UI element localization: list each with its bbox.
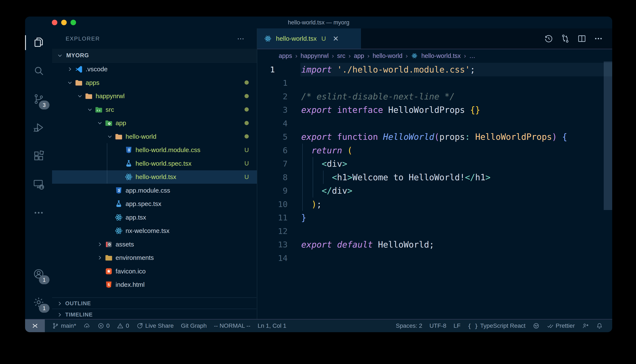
breadcrumb-separator: › xyxy=(332,52,334,60)
tree-item-.vscode[interactable]: .vscode xyxy=(52,62,257,76)
chevron-right-icon xyxy=(56,310,64,319)
code-editor[interactable]: 1import './hello-world.module.css';12/* … xyxy=(257,63,612,320)
tree-item-hello-world.tsx[interactable]: hello-world.tsxU xyxy=(52,170,257,184)
branch-icon xyxy=(52,322,59,329)
code-line: 5export function HelloWorld(props: Hello… xyxy=(257,130,612,144)
status-item-vim-mode[interactable]: -- NORMAL -- xyxy=(214,322,251,329)
tab-hello-world-tsx[interactable]: hello-world.tsx U ✕ xyxy=(257,28,361,49)
status-item-publish-changes[interactable] xyxy=(84,322,90,329)
status-item-indentation[interactable]: Spaces: 2 xyxy=(396,322,422,329)
status-item-label: -- NORMAL -- xyxy=(214,322,251,329)
breadcrumb-item-hello-world.tsx[interactable]: hello-world.tsx xyxy=(421,52,461,60)
tree-item-favicon.ico[interactable]: favicon.ico xyxy=(52,264,257,278)
remote-indicator[interactable] xyxy=(25,320,45,332)
status-item-git-branch[interactable]: main* xyxy=(52,322,76,329)
folder-assets-icon xyxy=(104,240,113,249)
status-item-warnings[interactable]: 0 xyxy=(117,322,129,329)
tree-item-index.html[interactable]: 5index.html xyxy=(52,278,257,292)
tree-item-label: app.spec.tsx xyxy=(126,200,161,208)
chevron-right-icon xyxy=(96,254,104,262)
tree-item-assets[interactable]: assets xyxy=(52,238,257,251)
test-icon xyxy=(114,199,123,208)
explorer-more-actions-button[interactable]: ⋯ xyxy=(237,36,245,41)
tree-item-app.spec.tsx[interactable]: app.spec.tsx xyxy=(52,197,257,211)
chevron-spacer xyxy=(116,173,124,181)
status-item-notifications[interactable] xyxy=(596,322,603,329)
split-editor-icon[interactable] xyxy=(577,34,587,44)
status-item-language-mode[interactable]: { }TypeScript React xyxy=(468,322,526,329)
tree-item-environments[interactable]: environments xyxy=(52,251,257,265)
activity-bar-item-explorer[interactable] xyxy=(25,28,52,57)
minimize-window-button[interactable] xyxy=(61,20,67,25)
activity-bar-item-remote-explorer[interactable] xyxy=(25,170,52,199)
status-item-label: LF xyxy=(454,322,461,329)
breadcrumb-item-apps[interactable]: apps xyxy=(279,52,292,60)
toggle-changes-icon[interactable] xyxy=(560,34,570,44)
line-number: 4 xyxy=(257,119,288,128)
breadcrumb-item-src[interactable]: src xyxy=(337,52,345,60)
git-modified-dot xyxy=(242,79,251,86)
status-item-label: Prettier xyxy=(556,322,575,329)
window-title: hello-world.tsx — myorg xyxy=(25,19,612,26)
line-number: 5 xyxy=(257,132,288,142)
tree-item-hello-world[interactable]: hello-world xyxy=(52,130,257,144)
close-window-button[interactable] xyxy=(52,20,57,25)
tree-item-app.tsx[interactable]: app.tsx xyxy=(52,211,257,224)
tree-item-apps[interactable]: apps xyxy=(52,76,257,90)
tree-item-src[interactable]: src xyxy=(52,103,257,116)
line-number: 12 xyxy=(257,226,288,236)
status-item-live-share[interactable]: Live Share xyxy=(136,322,174,329)
activity-bar-item-extensions[interactable] xyxy=(25,142,52,170)
chevron-right-icon xyxy=(96,240,104,248)
tree-item-hello-world.spec.tsx[interactable]: hello-world.spec.tsxU xyxy=(52,157,257,170)
status-item-eol[interactable]: LF xyxy=(454,322,461,329)
breadcrumb: apps›happynrwl›src›app›hello-world›hello… xyxy=(257,49,612,62)
svg-text:3: 3 xyxy=(118,188,120,192)
activity-bar-item-settings[interactable]: 1 xyxy=(25,288,52,317)
chevron-spacer xyxy=(106,186,114,195)
tree-item-happynrwl[interactable]: happynrwl xyxy=(52,90,257,103)
status-item-label: 0 xyxy=(106,322,110,329)
status-item-errors[interactable]: 0 xyxy=(98,322,110,329)
outline-section-header[interactable]: OUTLINE xyxy=(52,298,256,309)
timeline-section-header[interactable]: TIMELINE xyxy=(52,309,256,320)
close-tab-icon[interactable]: ✕ xyxy=(331,34,340,43)
activity-bar-item-source-control[interactable]: 3 xyxy=(25,85,52,114)
activity-bar-item-search[interactable] xyxy=(25,57,52,85)
breadcrumb-item-happynrwl[interactable]: happynrwl xyxy=(301,52,329,60)
editor-scrollbar[interactable] xyxy=(604,62,612,210)
tree-item-label: assets xyxy=(116,241,134,248)
breadcrumb-separator: › xyxy=(367,52,369,60)
status-item-prettier[interactable]: Prettier xyxy=(547,322,575,329)
tree-item-app.module.css[interactable]: 3app.module.css xyxy=(52,184,257,197)
open-changes-icon[interactable] xyxy=(544,34,554,44)
react-icon xyxy=(114,226,123,236)
activity-bar-item-more[interactable] xyxy=(25,199,52,228)
tree-item-nx-welcome.tsx[interactable]: nx-welcome.tsx xyxy=(52,224,257,238)
status-item-label: TypeScript React xyxy=(480,322,526,329)
css-icon: 3 xyxy=(124,145,133,155)
status-item-git-graph[interactable]: Git Graph xyxy=(181,322,207,329)
activity-bar-item-run-debug[interactable] xyxy=(25,114,52,142)
status-item-cursor-position[interactable]: Ln 1, Col 1 xyxy=(258,322,286,329)
maximize-window-button[interactable] xyxy=(71,20,76,25)
tree-item-hello-world.module.css[interactable]: 3hello-world.module.cssU xyxy=(52,144,257,157)
activity-bar-item-accounts[interactable]: 1 xyxy=(25,260,52,288)
line-number: 6 xyxy=(257,146,288,155)
code-line: 2/* eslint-disable-next-line */ xyxy=(257,90,612,103)
breadcrumb-item-…[interactable]: … xyxy=(469,52,475,60)
status-item-github[interactable] xyxy=(533,322,540,329)
activity-bar: 311 xyxy=(25,28,52,320)
status-item-label: 0 xyxy=(126,322,129,329)
tree-item-app[interactable]: app xyxy=(52,116,257,130)
status-item-feedback[interactable] xyxy=(582,322,589,329)
tree-root-myorg[interactable]: MYORG xyxy=(52,49,257,62)
code-line: 14 xyxy=(257,251,612,265)
tree-item-label: happynrwl xyxy=(96,92,125,100)
breadcrumb-item-app[interactable]: app xyxy=(354,52,364,60)
explorer-sidebar: EXPLORER ⋯ MYORG.vscodeappshappynrwlsrca… xyxy=(52,28,257,320)
css-icon: 3 xyxy=(114,186,123,195)
status-item-encoding[interactable]: UTF-8 xyxy=(430,322,446,329)
more-actions-icon[interactable] xyxy=(593,34,603,44)
breadcrumb-item-hello-world[interactable]: hello-world xyxy=(373,52,402,60)
